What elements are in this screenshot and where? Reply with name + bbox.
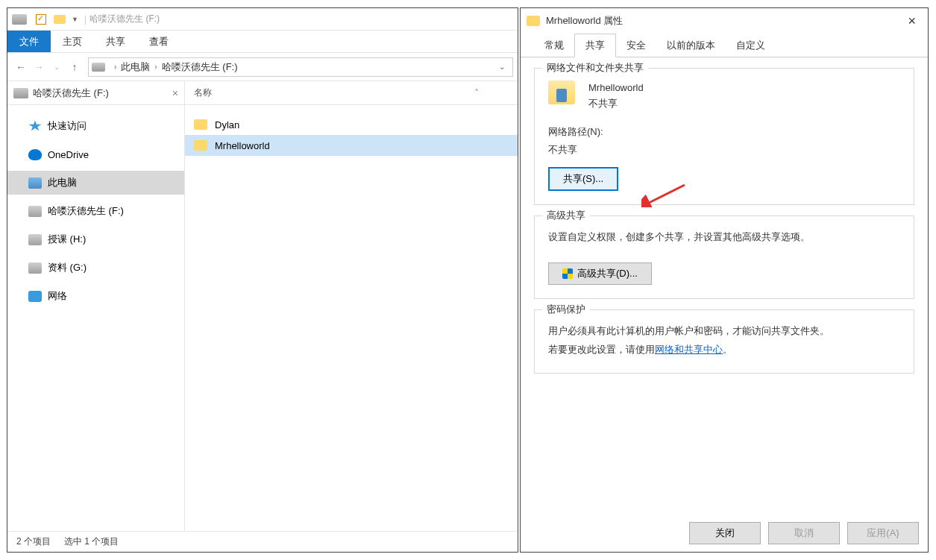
advanced-share-button[interactable]: 高级共享(D)...	[548, 262, 652, 285]
breadcrumb-this-pc[interactable]: 此电脑	[121, 60, 150, 74]
share-name: Mrhelloworld	[588, 81, 644, 96]
separator: |	[84, 14, 87, 25]
ribbon-tab-home[interactable]: 主页	[51, 31, 94, 52]
share-info: Mrhelloworld 不共享	[548, 81, 900, 112]
folder-icon	[194, 119, 207, 130]
properties-tabs: 常规 共享 安全 以前的版本 自定义	[521, 34, 928, 57]
share-meta: Mrhelloworld 不共享	[588, 81, 644, 112]
body-area: 哈喽沃德先生 (F:) × 快速访问 OneDrive 此电脑	[7, 81, 518, 531]
chevron-right-icon[interactable]: ›	[154, 63, 157, 71]
ribbon: 文件 主页 共享 查看	[7, 31, 518, 53]
navbar: ← → ⌄ ↑ › 此电脑 › 哈喽沃德先生 (F:) ⌄	[7, 53, 518, 81]
pwd-line2: 若要更改此设置，请使用网络和共享中心。	[548, 341, 900, 359]
ribbon-tab-view[interactable]: 查看	[137, 31, 180, 52]
cancel-button[interactable]: 取消	[768, 522, 840, 544]
forward-button[interactable]: →	[30, 58, 48, 76]
window-title: 哈喽沃德先生 (F:)	[89, 13, 160, 25]
quick-access-dropdown-icon[interactable]: ▼	[72, 16, 78, 23]
tree-label: 哈喽沃德先生 (F:)	[48, 204, 124, 218]
pwd-line2-prefix: 若要更改此设置，请使用	[548, 344, 655, 355]
treepane: 哈喽沃德先生 (F:) × 快速访问 OneDrive 此电脑	[7, 81, 185, 531]
tree-item-onedrive[interactable]: OneDrive	[7, 142, 184, 166]
statusbar: 2 个项目 选中 1 个项目	[7, 531, 518, 552]
breadcrumb-drive-icon	[92, 63, 105, 72]
file-row[interactable]: Mrhelloworld	[185, 135, 518, 156]
check-icon[interactable]	[36, 14, 46, 25]
tab-security[interactable]: 安全	[616, 34, 656, 57]
cloud-icon	[28, 149, 42, 160]
group-title: 密码保护	[542, 303, 590, 316]
tab-sharing[interactable]: 共享	[574, 34, 616, 57]
drive-icon	[28, 206, 42, 217]
tree-item-drive-g[interactable]: 资料 (G:)	[7, 256, 184, 280]
close-icon[interactable]: ×	[902, 13, 922, 29]
properties-titlebar: Mrhelloworld 属性 ×	[521, 8, 928, 34]
network-icon	[28, 291, 42, 302]
drive-icon	[28, 262, 42, 274]
tree-item-quick-access[interactable]: 快速访问	[7, 114, 184, 138]
tree-label: 网络	[48, 289, 67, 303]
status-selected: 选中 1 个项目	[64, 535, 119, 548]
history-dropdown-icon[interactable]: ⌄	[48, 58, 66, 76]
ribbon-tab-share[interactable]: 共享	[94, 31, 137, 52]
sort-indicator-icon[interactable]: ˄	[474, 88, 479, 98]
drive-icon	[13, 88, 28, 98]
tree-item-drive-f[interactable]: 哈喽沃德先生 (F:)	[7, 199, 184, 223]
tree-label: 资料 (G:)	[48, 261, 87, 274]
group-advanced-share: 高级共享 设置自定义权限，创建多个共享，并设置其他高级共享选项。 高级共享(D)…	[534, 215, 914, 300]
monitor-icon	[28, 177, 42, 189]
tree-item-network[interactable]: 网络	[7, 284, 184, 308]
folder-icon	[194, 140, 207, 151]
tree-item-this-pc[interactable]: 此电脑	[7, 171, 184, 195]
tree-header-text: 哈喽沃德先生 (F:)	[33, 86, 109, 100]
file-header[interactable]: 名称 ˄	[185, 81, 518, 105]
file-list: Dylan Mrhelloworld	[185, 105, 518, 156]
group-title: 高级共享	[542, 209, 590, 222]
breadcrumb-drive[interactable]: 哈喽沃德先生 (F:)	[162, 60, 238, 74]
ribbon-tab-file[interactable]: 文件	[7, 31, 51, 52]
file-row[interactable]: Dylan	[185, 114, 518, 135]
status-count: 2 个项目	[16, 535, 51, 548]
group-network-share: 网络文件和文件夹共享 Mrhelloworld 不共享 网络路径(N): 不共享…	[534, 68, 914, 205]
share-button[interactable]: 共享(S)...	[548, 167, 618, 191]
column-name[interactable]: 名称	[194, 86, 212, 99]
file-name: Dylan	[215, 119, 239, 130]
tree-label: OneDrive	[48, 149, 89, 160]
share-state: 不共享	[588, 96, 644, 112]
pwd-line1: 用户必须具有此计算机的用户帐户和密码，才能访问共享文件夹。	[548, 322, 900, 341]
close-button[interactable]: 关闭	[689, 522, 761, 544]
apply-button[interactable]: 应用(A)	[847, 522, 919, 544]
titlebar: ▼ | 哈喽沃德先生 (F:)	[7, 8, 518, 31]
up-button[interactable]: ↑	[66, 58, 84, 76]
drive-icon	[28, 234, 42, 245]
tree-items: 快速访问 OneDrive 此电脑 哈喽沃德先生 (F:) 授课 (H:)	[7, 105, 184, 321]
properties-body: 网络文件和文件夹共享 Mrhelloworld 不共享 网络路径(N): 不共享…	[521, 57, 928, 552]
tree-label: 快速访问	[48, 119, 87, 133]
back-button[interactable]: ←	[12, 58, 30, 76]
tab-custom[interactable]: 自定义	[726, 34, 776, 57]
drive-icon	[12, 14, 27, 25]
file-name: Mrhelloworld	[215, 140, 270, 151]
group-title: 网络文件和文件夹共享	[542, 61, 648, 75]
explorer-window: ▼ | 哈喽沃德先生 (F:) 文件 主页 共享 查看 ← → ⌄ ↑ › 此电…	[7, 7, 518, 553]
network-path-value: 不共享	[548, 143, 900, 157]
tree-label: 授课 (H:)	[48, 233, 86, 246]
advanced-desc: 设置自定义权限，创建多个共享，并设置其他高级共享选项。	[548, 228, 900, 247]
properties-buttons: 关闭 取消 应用(A)	[689, 522, 919, 544]
folder-icon	[527, 16, 540, 26]
folder-icon	[54, 15, 66, 24]
tree-header: 哈喽沃德先生 (F:) ×	[7, 81, 184, 105]
tab-previous-versions[interactable]: 以前的版本	[656, 34, 726, 57]
network-path-label: 网络路径(N):	[548, 125, 900, 139]
star-icon	[28, 121, 42, 132]
chevron-right-icon[interactable]: ›	[114, 63, 116, 71]
addressbar-dropdown-icon[interactable]: ⌄	[494, 63, 509, 71]
close-icon[interactable]: ×	[172, 87, 178, 99]
tree-item-drive-h[interactable]: 授课 (H:)	[7, 227, 184, 251]
tab-general[interactable]: 常规	[534, 34, 574, 57]
tree-label: 此电脑	[48, 176, 77, 189]
pwd-line2-suffix: 。	[723, 344, 732, 355]
properties-title: Mrhelloworld 属性	[546, 14, 623, 28]
network-sharing-center-link[interactable]: 网络和共享中心	[655, 344, 723, 355]
addressbar[interactable]: › 此电脑 › 哈喽沃德先生 (F:) ⌄	[88, 57, 513, 77]
